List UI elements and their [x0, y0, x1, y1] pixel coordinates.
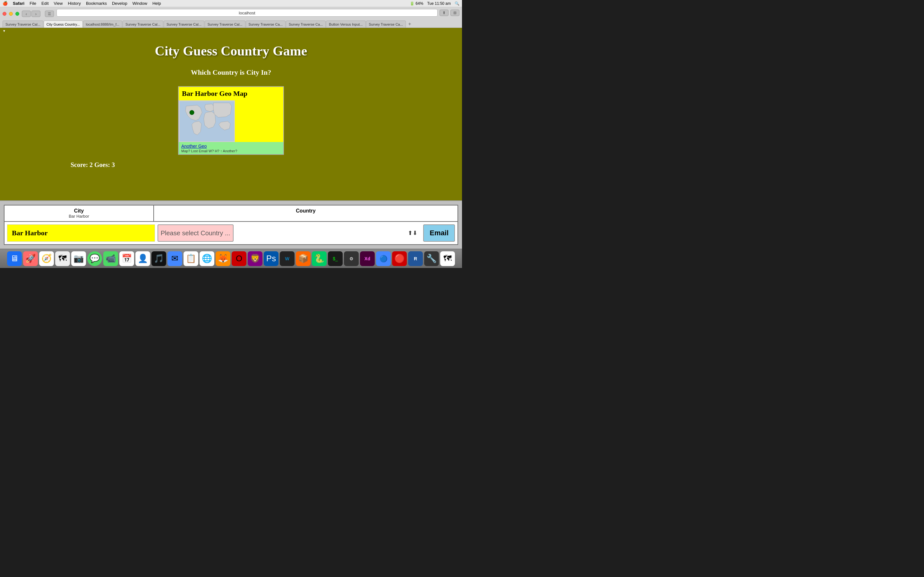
dock-app3[interactable]: W — [280, 251, 294, 266]
city-cell: Bar Harbor — [7, 224, 155, 242]
country-column-header: Country — [154, 205, 457, 221]
tab-8[interactable]: Button Versus Input... — [326, 21, 365, 27]
add-tab-button[interactable]: + — [406, 21, 413, 27]
minimize-button[interactable] — [9, 12, 13, 16]
tabs-row: Survey Traverse Cal... City Guess Countr… — [3, 21, 459, 27]
menubar: 🍎 Safari File Edit View History Bookmark… — [0, 0, 462, 7]
tab-1[interactable]: City Guess Country... — [44, 21, 83, 27]
city-subheader-label: Bar Harbor — [7, 214, 151, 219]
dock-app8[interactable]: 🔴 — [392, 251, 407, 266]
help-menu[interactable]: Help — [152, 1, 161, 6]
dock-reminders[interactable]: 📋 — [184, 251, 198, 266]
battery-icon: 🔋 64% — [410, 1, 423, 6]
dock-xd[interactable]: Xd — [360, 251, 375, 266]
view-menu[interactable]: View — [54, 1, 63, 6]
geo-map-links: Map? Lost Email W? H? ↑ Another? — [181, 149, 281, 153]
dock-bar: 🖥 🚀 🧭 🗺 📷 💬 📹 📅 👤 🎵 ✉ 📋 🌐 🦊 O 🦁 Ps W 📦 🐍… — [0, 249, 462, 268]
tab-2[interactable]: localhost:8888/Im_f... — [83, 21, 123, 27]
window-menu[interactable]: Window — [132, 1, 147, 6]
forward-button[interactable]: › — [31, 11, 40, 17]
dock-opera[interactable]: O — [232, 251, 246, 266]
dock-music[interactable]: 🎵 — [152, 251, 166, 266]
score-text: Score: 2 Goes: 3 — [71, 161, 115, 169]
develop-menu[interactable]: Develop — [112, 1, 128, 6]
email-button[interactable]: Email — [423, 224, 455, 242]
geo-map-footer: Another Geo Map? Lost Email W? H? ↑ Anot… — [179, 142, 283, 154]
country-select[interactable]: Please select Country ... United States … — [158, 224, 234, 242]
dock-app9[interactable]: R — [408, 251, 423, 266]
question-text: Which Country is City In? — [191, 68, 271, 77]
dock-photos[interactable]: 📷 — [71, 251, 86, 266]
yellow-panel — [235, 100, 283, 142]
dock-mail[interactable]: ✉ — [168, 251, 182, 266]
back-button[interactable]: ‹ — [22, 11, 31, 17]
share-button[interactable]: ⬆ — [439, 10, 449, 16]
address-bar[interactable]: localhost — [57, 9, 438, 17]
address-text: localhost — [239, 11, 255, 15]
clock: Tue 11:50 am — [427, 1, 451, 6]
close-button[interactable] — [3, 12, 6, 16]
game-title: City Guess Country Game — [155, 43, 307, 59]
overflow-arrow[interactable]: ▼ — [3, 29, 6, 33]
edit-menu[interactable]: Edit — [41, 1, 48, 6]
new-tab-button[interactable]: ⊞ — [451, 10, 459, 16]
tab-3[interactable]: Survey Traverse Cal... — [123, 21, 163, 27]
dock-firefox[interactable]: 🦊 — [216, 251, 230, 266]
dock-safari[interactable]: 🧭 — [39, 251, 54, 266]
bottom-panel: City Bar Harbor Country Bar Harbor Pleas… — [0, 200, 462, 249]
dock-maps[interactable]: 🗺 — [55, 251, 70, 266]
geo-map-card: Bar Harbor Geo Map — [178, 86, 284, 155]
tab-5[interactable]: Survey Traverse Cal... — [205, 21, 246, 27]
dock-chrome[interactable]: 🌐 — [200, 251, 214, 266]
game-table: City Bar Harbor Country Bar Harbor Pleas… — [4, 205, 458, 245]
world-map-svg — [180, 101, 234, 141]
geo-map-header: Bar Harbor Geo Map — [179, 87, 283, 100]
dock-contacts[interactable]: 👤 — [136, 251, 150, 266]
tab-0[interactable]: Survey Traverse Cal... — [3, 21, 43, 27]
dock-app7[interactable]: 🔵 — [376, 251, 391, 266]
dock-app10[interactable]: 🔧 — [424, 251, 439, 266]
world-map-container — [179, 100, 235, 142]
dock-app5[interactable]: 🐍 — [312, 251, 326, 266]
history-menu[interactable]: History — [68, 1, 81, 6]
tab-4[interactable]: Survey Traverse Cal... — [164, 21, 204, 27]
dock-launchpad[interactable]: 🚀 — [23, 251, 38, 266]
dock-calendar[interactable]: 📅 — [120, 251, 134, 266]
country-select-arrow-icon: ⬆⬇ — [408, 229, 417, 237]
sidebar-button[interactable]: ☰ — [45, 11, 54, 17]
tab-9[interactable]: Survey Traverse Ca... — [366, 21, 406, 27]
dock-app6[interactable]: ⚙ — [344, 251, 359, 266]
dock-maps2[interactable]: 🗺 — [440, 251, 455, 266]
dock-terminal[interactable]: $_ — [328, 251, 342, 266]
tab-7[interactable]: Survey Traverse Ca... — [286, 21, 326, 27]
country-select-wrapper: Please select Country ... United States … — [158, 224, 421, 242]
tab-6[interactable]: Survey Traverse Ca... — [246, 21, 286, 27]
dock-finder[interactable]: 🖥 — [7, 251, 22, 266]
safari-menu[interactable]: Safari — [13, 1, 24, 6]
dock-messages[interactable]: 💬 — [87, 251, 102, 266]
svg-point-1 — [190, 110, 194, 115]
apple-menu[interactable]: 🍎 — [3, 1, 8, 6]
bookmarks-menu[interactable]: Bookmarks — [86, 1, 107, 6]
dock-app1[interactable]: 🦁 — [248, 251, 262, 266]
search-icon[interactable]: 🔍 — [455, 1, 459, 6]
game-table-body: Bar Harbor Please select Country ... Uni… — [5, 222, 457, 244]
dock-app4[interactable]: 📦 — [296, 251, 310, 266]
file-menu[interactable]: File — [29, 1, 36, 6]
main-content: City Guess Country Game Which Country is… — [0, 34, 462, 200]
dock-app2[interactable]: Ps — [264, 251, 278, 266]
city-header-label: City — [7, 208, 151, 214]
overflow-row: ▼ — [0, 28, 462, 34]
another-geo-link[interactable]: Another Geo — [181, 143, 207, 149]
dock-facetime[interactable]: 📹 — [103, 251, 118, 266]
game-table-header: City Bar Harbor Country — [5, 205, 457, 222]
browser-chrome: ‹ › ☰ localhost ⬆ ⊞ Survey Traverse Cal.… — [0, 7, 462, 28]
maximize-button[interactable] — [15, 12, 19, 16]
city-column-header: City Bar Harbor — [5, 205, 154, 221]
